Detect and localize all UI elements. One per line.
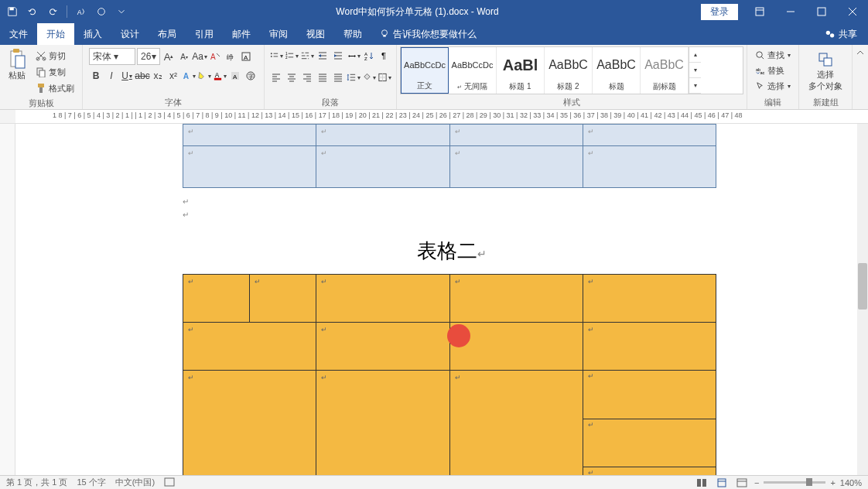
gallery-up-button[interactable]: ▴ bbox=[689, 47, 701, 63]
tab-home[interactable]: 开始 bbox=[37, 23, 74, 45]
phonetic-guide-button[interactable]: 峥 bbox=[224, 49, 238, 64]
replace-button[interactable]: abac替换 bbox=[755, 63, 784, 78]
numbering-button[interactable]: 12▾ bbox=[285, 48, 299, 63]
style-no-spacing[interactable]: AaBbCcDc↵ 无间隔 bbox=[449, 47, 497, 94]
web-layout-button[interactable] bbox=[734, 477, 750, 489]
tab-layout[interactable]: 布局 bbox=[149, 23, 186, 45]
format-painter-button[interactable]: 格式刷 bbox=[34, 80, 76, 96]
qat-circle-icon[interactable] bbox=[92, 2, 111, 21]
char-shading-button[interactable]: A bbox=[228, 68, 242, 84]
style-title[interactable]: AaBbC标题 bbox=[593, 47, 641, 94]
tab-file[interactable]: 文件 bbox=[0, 23, 37, 45]
cut-button[interactable]: 剪切 bbox=[34, 48, 76, 63]
sort-button[interactable]: AZ bbox=[362, 48, 376, 63]
multilevel-list-button[interactable]: ▾ bbox=[300, 48, 314, 63]
copy-button[interactable]: 复制 bbox=[34, 64, 76, 80]
close-button[interactable] bbox=[837, 0, 868, 23]
page[interactable]: ↵↵↵↵ ↵↵↵↵ 表格二 ↵ ↵ ↵ ↵ ↵ ↵ bbox=[53, 124, 826, 475]
zoom-level[interactable]: 140% bbox=[840, 478, 862, 487]
align-left-button[interactable] bbox=[269, 70, 283, 85]
justify-button[interactable] bbox=[316, 70, 330, 85]
style-heading1[interactable]: AaBl标题 1 bbox=[497, 47, 545, 94]
distributed-button[interactable] bbox=[331, 70, 345, 85]
style-subtitle[interactable]: AaBbC副标题 bbox=[641, 47, 689, 94]
gallery-more-button[interactable]: ▾ bbox=[689, 78, 701, 94]
style-heading2[interactable]: AaBbC标题 2 bbox=[545, 47, 593, 94]
ribbon-display-button[interactable] bbox=[744, 0, 775, 23]
show-hide-button[interactable]: ¶ bbox=[378, 48, 391, 63]
group-select-objects: 选择 多个对象 新建组 bbox=[799, 45, 853, 109]
style-normal[interactable]: AaBbCcDc正文 bbox=[401, 47, 449, 94]
shading-button[interactable]: ▾ bbox=[362, 70, 376, 85]
find-button[interactable]: 查找 ▾ bbox=[755, 48, 791, 63]
align-right-button[interactable] bbox=[300, 70, 314, 85]
font-color-button[interactable]: A▾ bbox=[213, 68, 227, 84]
touch-mode-button[interactable]: A bbox=[72, 2, 91, 21]
minimize-button[interactable] bbox=[775, 0, 806, 23]
table-heading[interactable]: 表格二 bbox=[183, 238, 720, 265]
redo-button[interactable] bbox=[43, 2, 62, 21]
clear-formatting-button[interactable]: A bbox=[208, 49, 222, 64]
align-center-button[interactable] bbox=[285, 70, 299, 85]
paragraph-mark bbox=[183, 197, 720, 206]
bold-button[interactable]: B bbox=[89, 68, 103, 84]
tab-view[interactable]: 视图 bbox=[297, 23, 334, 45]
italic-button[interactable]: I bbox=[104, 68, 118, 84]
share-label: 共享 bbox=[839, 28, 857, 41]
select-button[interactable]: 选择 ▾ bbox=[755, 79, 791, 94]
font-name-combo[interactable]: 宋体▾ bbox=[89, 48, 135, 65]
vertical-ruler[interactable] bbox=[0, 124, 15, 475]
zoom-out-button[interactable]: − bbox=[754, 478, 759, 487]
tab-insert[interactable]: 插入 bbox=[74, 23, 111, 45]
asian-layout-button[interactable]: ⟷▾ bbox=[347, 48, 361, 63]
decrease-indent-button[interactable] bbox=[316, 48, 330, 63]
line-spacing-button[interactable]: ▾ bbox=[347, 70, 361, 85]
subscript-button[interactable]: x₂ bbox=[151, 68, 165, 84]
table-one-partial[interactable]: ↵↵↵↵ ↵↵↵↵ bbox=[183, 124, 716, 188]
undo-button[interactable] bbox=[23, 2, 42, 21]
char-border-button[interactable]: A bbox=[239, 49, 253, 64]
save-button[interactable] bbox=[3, 2, 22, 21]
paste-button[interactable]: 粘贴 bbox=[3, 46, 31, 83]
superscript-button[interactable]: x² bbox=[166, 68, 180, 84]
tab-help[interactable]: 帮助 bbox=[334, 23, 371, 45]
tab-review[interactable]: 审阅 bbox=[260, 23, 297, 45]
document-scroll[interactable]: ↵↵↵↵ ↵↵↵↵ 表格二 ↵ ↵ ↵ ↵ ↵ ↵ bbox=[15, 124, 857, 475]
macro-icon[interactable] bbox=[164, 477, 175, 488]
read-mode-button[interactable] bbox=[694, 477, 709, 489]
highlight-button[interactable]: ▾ bbox=[197, 68, 211, 84]
shrink-font-button[interactable]: A▾ bbox=[177, 49, 191, 64]
page-info[interactable]: 第 1 页，共 1 页 bbox=[6, 477, 67, 488]
scroll-thumb[interactable] bbox=[858, 263, 867, 309]
print-layout-button[interactable] bbox=[714, 477, 730, 489]
maximize-button[interactable] bbox=[806, 0, 837, 23]
borders-button[interactable]: ▾ bbox=[378, 70, 391, 85]
table-two[interactable]: ↵ ↵ ↵ ↵ ↵ ↵ ↵ ↵ ↵ ↵ ↵ ↵ bbox=[183, 274, 716, 475]
tab-references[interactable]: 引用 bbox=[186, 23, 223, 45]
language-info[interactable]: 中文(中国) bbox=[115, 477, 155, 488]
text-effects-button[interactable]: A▾ bbox=[182, 68, 196, 84]
tab-mailings[interactable]: 邮件 bbox=[223, 23, 260, 45]
horizontal-ruler[interactable]: 1 8 | 7 | 6 | 5 | 4 | 3 | 2 | 1 | | 1 | … bbox=[0, 110, 868, 124]
zoom-slider[interactable] bbox=[764, 481, 825, 484]
strikethrough-button[interactable]: abc bbox=[135, 68, 149, 84]
select-objects-button[interactable]: 选择 多个对象 bbox=[802, 46, 849, 97]
collapse-ribbon-button[interactable] bbox=[853, 45, 868, 109]
font-size-combo[interactable]: 26▾ bbox=[137, 48, 160, 65]
qat-customize[interactable] bbox=[112, 2, 131, 21]
change-case-button[interactable]: Aa▾ bbox=[193, 49, 207, 64]
share-button[interactable]: 共享 bbox=[814, 23, 868, 45]
underline-button[interactable]: U▾ bbox=[120, 68, 134, 84]
login-button[interactable]: 登录 bbox=[701, 4, 738, 20]
vertical-scrollbar[interactable] bbox=[857, 124, 868, 475]
enclose-char-button[interactable]: 字 bbox=[244, 68, 258, 84]
word-count[interactable]: 15 个字 bbox=[77, 477, 105, 488]
bullets-button[interactable]: ▾ bbox=[269, 48, 283, 63]
zoom-slider-thumb[interactable] bbox=[806, 478, 812, 486]
grow-font-button[interactable]: A▴ bbox=[162, 49, 176, 64]
tab-design[interactable]: 设计 bbox=[111, 23, 149, 45]
tell-me-search[interactable]: 告诉我你想要做什么 bbox=[371, 23, 484, 45]
gallery-down-button[interactable]: ▾ bbox=[689, 63, 701, 78]
zoom-in-button[interactable]: + bbox=[830, 478, 835, 487]
increase-indent-button[interactable] bbox=[331, 48, 345, 63]
